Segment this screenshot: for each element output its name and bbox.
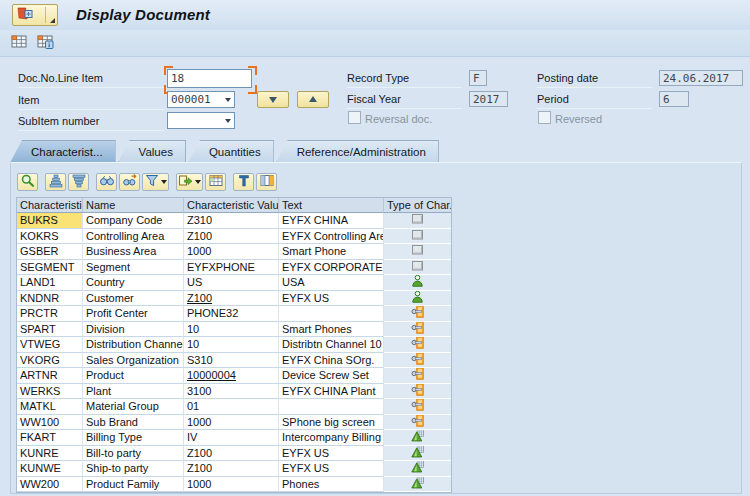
cell-characteristic-value[interactable]: 10: [184, 322, 279, 338]
value-text: 1000: [187, 416, 211, 428]
value-link[interactable]: Z100: [187, 292, 212, 304]
record-type-field: F: [469, 70, 487, 86]
key-icon: [411, 384, 424, 400]
cell-characteristic-value[interactable]: Z100: [184, 229, 279, 245]
cell-characteristic[interactable]: VTWEG: [17, 337, 83, 353]
cell-characteristic[interactable]: FKART: [17, 430, 83, 446]
table-row[interactable]: WW100Sub Brand1000SPhone big screen: [17, 415, 451, 431]
column-header-characteristic-value[interactable]: Characteristic Value: [184, 198, 279, 213]
text-view-button[interactable]: [233, 173, 254, 191]
arrow-up-icon: [309, 92, 317, 102]
cell-characteristic[interactable]: BUKRS: [17, 213, 83, 229]
column-header-text[interactable]: Text: [279, 198, 384, 213]
cell-characteristic-value[interactable]: S310: [184, 353, 279, 369]
reversed-label: Reversed: [555, 113, 602, 125]
text-view-icon: [236, 173, 252, 191]
sort-ascending-button[interactable]: [45, 173, 66, 191]
table-row[interactable]: KUNWEShip-to partyZ100EYFX US: [17, 461, 451, 477]
table-row[interactable]: KOKRSControlling AreaZ100EYFX Controllin…: [17, 229, 451, 245]
column-header-characteristic[interactable]: Characteristic: [17, 198, 83, 213]
cell-characteristic[interactable]: WW200: [17, 477, 83, 493]
table-row[interactable]: MATKLMaterial Group01: [17, 399, 451, 415]
line-item-detail-grid-button[interactable]: [34, 33, 56, 53]
cell-characteristic[interactable]: GSBER: [17, 244, 83, 260]
sap-transaction-menu-button[interactable]: [12, 4, 58, 26]
cell-text: EYFX Controlling Area: [279, 229, 384, 245]
cell-text: EYFX CORPORATE: [279, 260, 384, 276]
cell-characteristic-value[interactable]: Z100: [184, 461, 279, 477]
value-text: US: [187, 276, 202, 288]
cell-characteristic-value[interactable]: 10000004: [184, 368, 279, 384]
cell-name: Sub Brand: [83, 415, 184, 431]
cell-characteristic[interactable]: LAND1: [17, 275, 83, 291]
doc-no-line-item-input[interactable]: [167, 69, 252, 88]
filter-button[interactable]: [142, 173, 169, 191]
characteristics-table: Characteristic Name Characteristic Value…: [16, 197, 452, 493]
cell-characteristic[interactable]: KUNWE: [17, 461, 83, 477]
subitem-number-dropdown[interactable]: [167, 112, 235, 129]
table-row[interactable]: GSBERBusiness Area1000Smart Phone: [17, 244, 451, 260]
table-row[interactable]: FKARTBilling TypeIVIntercompany Billing: [17, 430, 451, 446]
cell-characteristic[interactable]: WW100: [17, 415, 83, 431]
cell-characteristic-value[interactable]: Z100: [184, 291, 279, 307]
cell-characteristic[interactable]: SPART: [17, 322, 83, 338]
cell-characteristic-value[interactable]: US: [184, 275, 279, 291]
item-dropdown[interactable]: 000001: [167, 91, 235, 108]
cell-characteristic-value[interactable]: Z310: [184, 213, 279, 229]
value-link[interactable]: 10000004: [187, 369, 236, 381]
choose-layout-button[interactable]: [205, 173, 226, 191]
detail-magnifier-button[interactable]: [17, 173, 38, 191]
table-row[interactable]: KUNREBill-to partyZ100EYFX US: [17, 446, 451, 462]
tab-values[interactable]: Values: [118, 140, 186, 163]
column-header-type-of-char[interactable]: Type of Char.: [384, 198, 451, 213]
column-header-name[interactable]: Name: [83, 198, 184, 213]
previous-item-button[interactable]: [257, 91, 289, 108]
table-row[interactable]: WW200Product Family1000Phones: [17, 477, 451, 493]
table-row[interactable]: BUKRSCompany CodeZ310EYFX CHINA: [17, 213, 451, 229]
cell-characteristic-value[interactable]: 3100: [184, 384, 279, 400]
table-row[interactable]: SPARTDivision10Smart Phones: [17, 322, 451, 338]
cell-characteristic-value[interactable]: 1000: [184, 244, 279, 260]
table-row[interactable]: ARTNRProduct10000004Device Screw Set: [17, 368, 451, 384]
table-row[interactable]: VKORGSales OrganizationS310EYFX China SO…: [17, 353, 451, 369]
tab-characteristics[interactable]: Characterist...: [10, 140, 116, 163]
cell-characteristic-value[interactable]: 10: [184, 337, 279, 353]
table-row[interactable]: SEGMENTSegmentEYFXPHONEEYFX CORPORATE: [17, 260, 451, 276]
table-row[interactable]: WERKSPlant3100EYFX CHINA Plant: [17, 384, 451, 400]
cell-characteristic-value[interactable]: 1000: [184, 415, 279, 431]
cell-characteristic[interactable]: ARTNR: [17, 368, 83, 384]
next-item-button[interactable]: [297, 91, 329, 108]
cell-characteristic[interactable]: MATKL: [17, 399, 83, 415]
table-row[interactable]: PRCTRProfit CenterPHONE32: [17, 306, 451, 322]
cell-characteristic[interactable]: KUNRE: [17, 446, 83, 462]
find-next-button[interactable]: [119, 173, 140, 191]
line-items-grid-button[interactable]: [8, 33, 30, 53]
tab-reference-administration[interactable]: Reference/Administration: [276, 140, 439, 163]
cell-characteristic[interactable]: PRCTR: [17, 306, 83, 322]
find-button[interactable]: [96, 173, 117, 191]
cell-characteristic-value[interactable]: 1000: [184, 477, 279, 493]
cell-characteristic-value[interactable]: IV: [184, 430, 279, 446]
reversal-doc-checkbox: [348, 111, 361, 124]
table-row[interactable]: VTWEGDistribution Channel10Distribtn Cha…: [17, 337, 451, 353]
table-row[interactable]: KNDNRCustomerZ100EYFX US: [17, 291, 451, 307]
cell-characteristic-value[interactable]: 01: [184, 399, 279, 415]
sort-descending-button[interactable]: [68, 173, 89, 191]
cell-characteristic[interactable]: SEGMENT: [17, 260, 83, 276]
cell-text: EYFX US: [279, 461, 384, 477]
cell-characteristic-value[interactable]: PHONE32: [184, 306, 279, 322]
focus-frame: [248, 66, 257, 75]
table-row[interactable]: LAND1CountryUSUSA: [17, 275, 451, 291]
cell-characteristic-value[interactable]: EYFXPHONE: [184, 260, 279, 276]
cell-characteristic[interactable]: VKORG: [17, 353, 83, 369]
cell-characteristic[interactable]: WERKS: [17, 384, 83, 400]
cell-characteristic[interactable]: KNDNR: [17, 291, 83, 307]
cell-characteristic[interactable]: KOKRS: [17, 229, 83, 245]
cell-characteristic-value[interactable]: Z100: [184, 446, 279, 462]
layout-columns-button[interactable]: [256, 173, 277, 191]
tab-quantities[interactable]: Quantities: [188, 140, 274, 163]
tab-label: Values: [139, 146, 173, 158]
export-button[interactable]: [176, 173, 203, 191]
cell-name: Plant: [83, 384, 184, 400]
export-icon: [178, 173, 194, 191]
